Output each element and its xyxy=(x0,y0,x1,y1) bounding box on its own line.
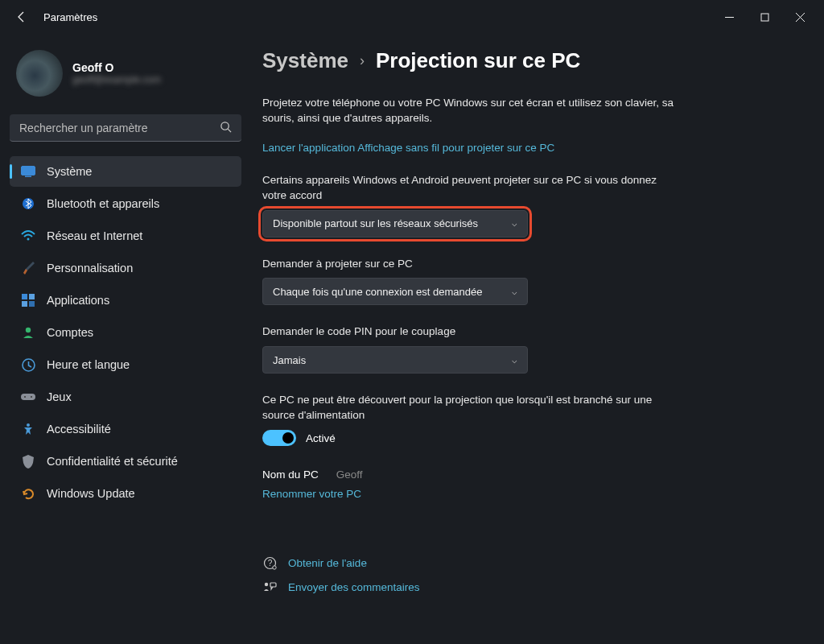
sidebar-item-label: Bluetooth et appareils xyxy=(47,197,159,210)
arrow-left-icon xyxy=(15,10,28,23)
back-button[interactable] xyxy=(11,6,32,27)
maximize-button[interactable] xyxy=(747,5,782,29)
sidebar-item-bluetooth[interactable]: Bluetooth et appareils xyxy=(10,188,241,219)
sidebar-item-label: Personnalisation xyxy=(47,262,133,275)
search-box[interactable] xyxy=(10,114,241,142)
chevron-down-icon: ⌵ xyxy=(512,287,517,297)
feedback-link[interactable]: Envoyer des commentaires xyxy=(288,581,420,593)
sidebar-item-label: Accessibilité xyxy=(47,423,111,436)
sidebar-item-gaming[interactable]: Jeux xyxy=(10,382,241,412)
feedback-row[interactable]: Envoyer des commentaires xyxy=(262,581,792,593)
svg-rect-24 xyxy=(270,583,276,587)
breadcrumb: Système › Projection sur ce PC xyxy=(262,48,792,73)
profile-block[interactable]: Geoff O geoff@example.com xyxy=(10,42,241,111)
svg-point-18 xyxy=(31,396,32,398)
svg-rect-16 xyxy=(21,394,35,400)
get-help-row[interactable]: ? Obtenir de l'aide xyxy=(262,556,792,570)
svg-point-23 xyxy=(264,583,267,586)
bluetooth-icon xyxy=(21,196,35,211)
main-content: Système › Projection sur ce PC Projetez … xyxy=(249,34,824,644)
update-icon xyxy=(21,486,35,501)
launch-wireless-display-link[interactable]: Lancer l'application Affichage sans fil … xyxy=(262,142,554,154)
close-button[interactable] xyxy=(782,5,818,29)
setting1-label: Certains appareils Windows et Android pe… xyxy=(262,173,681,204)
svg-line-5 xyxy=(228,129,231,132)
sidebar-item-label: Comptes xyxy=(47,326,93,339)
gamepad-icon xyxy=(21,390,35,404)
profile-name: Geoff O xyxy=(72,61,161,74)
svg-point-17 xyxy=(24,396,26,398)
paintbrush-icon xyxy=(21,261,35,275)
setting4-toggle-label: Activé xyxy=(306,432,336,444)
sidebar: Geoff O geoff@example.com Système Blueto… xyxy=(0,34,249,644)
setting3-value: Jamais xyxy=(273,354,306,366)
setting1-value: Disponible partout sur les réseaux sécur… xyxy=(273,217,478,229)
sidebar-item-network[interactable]: Réseau et Internet xyxy=(10,221,241,251)
titlebar: Paramètres xyxy=(0,0,824,34)
sidebar-item-label: Windows Update xyxy=(47,487,135,500)
svg-rect-12 xyxy=(22,301,27,307)
sidebar-item-system[interactable]: Système xyxy=(10,156,241,187)
chevron-down-icon: ⌵ xyxy=(512,355,517,365)
sidebar-item-accounts[interactable]: Comptes xyxy=(10,317,241,348)
sidebar-item-label: Confidentialité et sécurité xyxy=(47,455,178,468)
chevron-down-icon: ⌵ xyxy=(512,218,517,229)
sidebar-item-label: Applications xyxy=(47,294,109,307)
person-icon xyxy=(21,325,35,340)
setting2-label: Demander à projeter sur ce PC xyxy=(262,257,681,272)
apps-icon xyxy=(21,293,35,308)
svg-rect-13 xyxy=(29,301,35,307)
maximize-icon xyxy=(760,13,769,22)
pc-name-value: Geoff xyxy=(336,469,363,481)
svg-rect-10 xyxy=(22,294,27,299)
setting1-dropdown[interactable]: Disponible partout sur les réseaux sécur… xyxy=(262,210,528,237)
setting4-label: Ce PC ne peut être découvert pour la pro… xyxy=(262,393,681,423)
sidebar-item-time-language[interactable]: Heure et langue xyxy=(10,349,241,380)
rename-pc-link[interactable]: Renommer votre PC xyxy=(262,488,361,500)
wifi-icon xyxy=(21,229,35,243)
nav-list: Système Bluetooth et appareils Réseau et… xyxy=(10,156,241,509)
svg-rect-11 xyxy=(29,294,35,299)
sidebar-item-windows-update[interactable]: Windows Update xyxy=(10,478,241,509)
profile-email: geoff@example.com xyxy=(72,74,161,85)
clock-globe-icon xyxy=(21,357,35,372)
setting2-value: Chaque fois qu'une connexion est demandé… xyxy=(273,286,483,298)
setting3-label: Demander le code PIN pour le couplage xyxy=(262,324,681,340)
close-icon xyxy=(796,13,805,22)
svg-point-9 xyxy=(27,238,30,241)
search-input[interactable] xyxy=(19,122,220,134)
sidebar-item-personalization[interactable]: Personnalisation xyxy=(10,253,241,283)
breadcrumb-level2: Projection sur ce PC xyxy=(376,48,580,73)
svg-point-4 xyxy=(221,122,229,129)
search-icon xyxy=(220,121,232,135)
setting2-dropdown[interactable]: Chaque fois qu'une connexion est demandé… xyxy=(262,278,528,305)
page-description: Projetez votre téléphone ou votre PC Win… xyxy=(262,96,697,126)
avatar xyxy=(16,50,63,97)
sidebar-item-accessibility[interactable]: Accessibilité xyxy=(10,414,241,444)
display-icon xyxy=(21,164,35,179)
help-icon: ? xyxy=(262,556,277,570)
minimize-icon xyxy=(725,13,734,22)
chevron-right-icon: › xyxy=(360,52,365,69)
svg-point-14 xyxy=(26,328,31,332)
get-help-link[interactable]: Obtenir de l'aide xyxy=(288,557,367,569)
window-title: Paramètres xyxy=(43,11,97,23)
feedback-icon xyxy=(262,581,277,593)
breadcrumb-level1[interactable]: Système xyxy=(262,48,348,73)
accessibility-icon xyxy=(21,422,35,436)
pc-name-label: Nom du PC xyxy=(262,469,319,481)
setting4-toggle[interactable] xyxy=(262,430,296,446)
sidebar-item-apps[interactable]: Applications xyxy=(10,285,241,316)
svg-text:?: ? xyxy=(267,559,272,568)
sidebar-item-privacy[interactable]: Confidentialité et sécurité xyxy=(10,446,241,477)
sidebar-item-label: Heure et langue xyxy=(47,358,130,371)
minimize-button[interactable] xyxy=(711,5,747,29)
sidebar-item-label: Système xyxy=(47,165,92,178)
svg-rect-7 xyxy=(25,176,31,178)
svg-rect-1 xyxy=(761,14,768,21)
svg-rect-6 xyxy=(22,167,35,175)
sidebar-item-label: Jeux xyxy=(47,390,72,403)
setting3-dropdown[interactable]: Jamais ⌵ xyxy=(262,346,528,374)
shield-icon xyxy=(21,454,35,469)
sidebar-item-label: Réseau et Internet xyxy=(47,229,142,242)
